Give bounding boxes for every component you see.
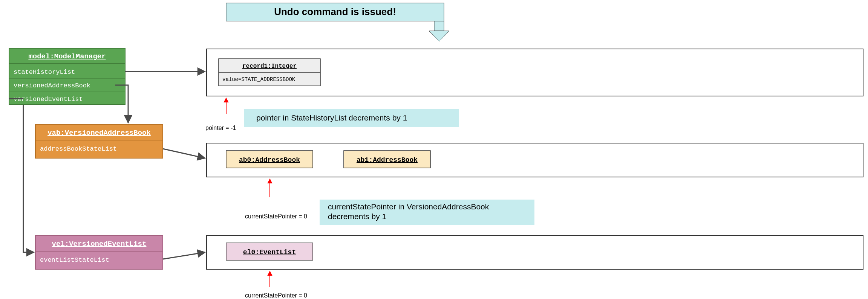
pointer-shl-label: pointer = -1 [205, 125, 236, 131]
vab-title: vab:VersionedAddressBook [47, 129, 151, 137]
model-manager-object: model:ModelManager stateHistoryList vers… [9, 48, 125, 105]
pointer-ab: currentStatePointer = 0 [245, 179, 307, 220]
arrow-vel-down [23, 105, 34, 252]
record-object: record1:Integer value=STATE_ADDRESSBOOK [219, 59, 320, 86]
ab1-object: ab1:AddressBook [344, 151, 430, 168]
callout-vab-text-l2: decrements by 1 [328, 212, 386, 221]
pointer-shl: pointer = -1 [205, 98, 236, 131]
event-list-state-container: el0:EventList [207, 235, 863, 269]
ab0-title: ab0:AddressBook [239, 156, 300, 164]
svg-marker-2 [429, 31, 449, 41]
versioned-address-book-object: vab:VersionedAddressBook addressBookStat… [35, 124, 163, 158]
vab-attr-0: addressBookStateList [40, 145, 117, 153]
model-attr-0: stateHistoryList [14, 69, 75, 76]
el0-title: el0:EventList [243, 249, 296, 256]
model-attr-1: versionedAddressBook [14, 82, 90, 89]
callout-shl: pointer in StateHistoryList decrements b… [244, 109, 459, 127]
callout-vab: currentStatePointer in VersionedAddressB… [320, 200, 534, 225]
record-title: record1:Integer [242, 63, 297, 70]
vel-attr-0: eventListStateList [40, 256, 109, 264]
record-value: value=STATE_ADDRESSBOOK [222, 76, 295, 82]
callout-shl-text: pointer in StateHistoryList decrements b… [256, 113, 407, 122]
vel-title: vel:VersionedEventList [52, 240, 147, 248]
ab0-object: ab0:AddressBook [226, 151, 313, 168]
banner-text: Undo command is issued! [274, 6, 396, 17]
model-attr-2: versionedEventList [14, 96, 83, 103]
address-book-state-container: ab0:AddressBook ab1:AddressBook [207, 143, 863, 177]
pointer-el: currentStatePointer = 0 [245, 271, 307, 299]
model-title: model:ModelManager [28, 52, 106, 61]
pointer-el-label: currentStatePointer = 0 [245, 292, 307, 299]
state-history-container: record1:Integer value=STATE_ADDRESSBOOK [207, 49, 863, 96]
svg-rect-1 [434, 21, 444, 31]
pointer-ab-label: currentStatePointer = 0 [245, 213, 307, 220]
versioned-event-list-object: vel:VersionedEventList eventListStateLis… [35, 235, 163, 269]
arrow-elsl [163, 252, 205, 259]
arrow-absl [163, 149, 205, 158]
ab1-title: ab1:AddressBook [357, 156, 418, 164]
banner: Undo command is issued! [226, 3, 449, 41]
callout-vab-text-l1: currentStatePointer in VersionedAddressB… [328, 202, 489, 211]
el0-object: el0:EventList [226, 243, 313, 260]
